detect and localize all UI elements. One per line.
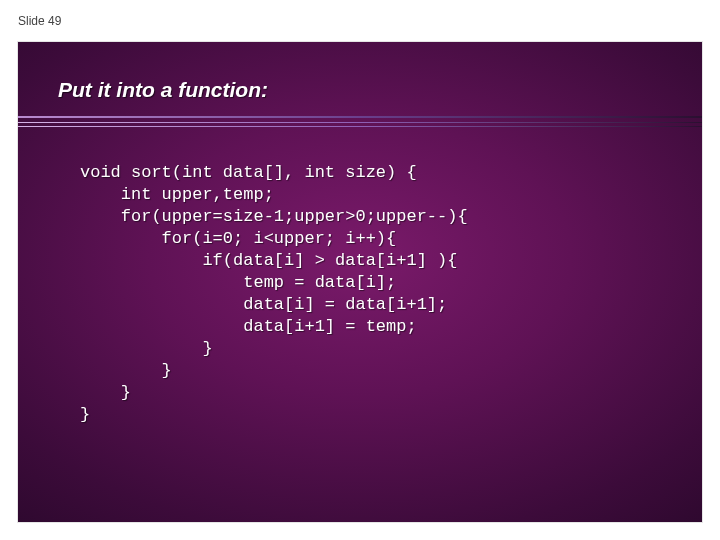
title-rule bbox=[18, 116, 702, 118]
title-rule bbox=[18, 122, 702, 123]
slide-title: Put it into a function: bbox=[18, 78, 702, 102]
slide-body: Put it into a function: void sort(int da… bbox=[18, 42, 702, 522]
code-block: void sort(int data[], int size) { int up… bbox=[80, 162, 682, 426]
page: Slide 49 Put it into a function: void so… bbox=[0, 0, 720, 540]
slide-number-label: Slide 49 bbox=[18, 14, 61, 28]
title-rule bbox=[18, 126, 702, 127]
